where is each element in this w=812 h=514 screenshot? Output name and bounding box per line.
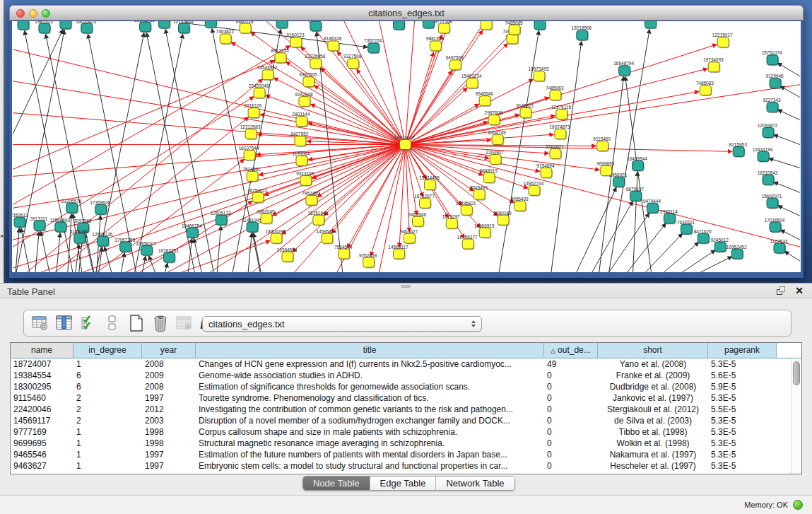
table-row[interactable]: 1938455462009Genome-wide association stu… — [11, 370, 801, 381]
table-cell[interactable]: Investigating the contribution of common… — [196, 404, 544, 415]
new-table-icon[interactable] — [126, 313, 147, 334]
table-cell[interactable]: Estimation of the future numbers of pati… — [196, 449, 544, 460]
graph-node[interactable] — [247, 171, 258, 181]
column-header-name[interactable]: name — [11, 343, 73, 358]
table-cell[interactable]: Disruption of a novel member of a sodium… — [196, 415, 544, 426]
graph-node[interactable] — [770, 78, 781, 88]
graph-node[interactable] — [400, 140, 411, 150]
table-cell[interactable]: 5.3E-5 — [708, 358, 777, 370]
graph-node[interactable] — [60, 21, 71, 29]
table-cell[interactable]: Jankovic et al. (1997) — [598, 392, 708, 404]
graph-node[interactable] — [220, 34, 231, 44]
graph-node[interactable] — [404, 233, 416, 243]
table-cell[interactable]: 0 — [544, 460, 598, 472]
table-cell[interactable]: 5.3E-5 — [708, 460, 777, 472]
table-cell[interactable]: 2 — [73, 415, 142, 426]
graph-node[interactable] — [479, 96, 490, 106]
table-cell[interactable]: 1 — [73, 449, 142, 460]
column-header-in_degree[interactable]: in_degree — [73, 343, 142, 358]
column-header-year[interactable]: year — [142, 343, 196, 358]
graph-node[interactable] — [483, 173, 495, 182]
table-cell[interactable]: 5.3E-5 — [708, 426, 777, 438]
graph-node[interactable] — [446, 218, 457, 228]
table-cell[interactable]: 5.5E-5 — [708, 404, 777, 415]
graph-node[interactable] — [509, 25, 520, 35]
graph-node[interactable] — [601, 165, 612, 175]
table-cell[interactable]: 2008 — [142, 381, 196, 392]
graph-node[interactable] — [394, 21, 405, 30]
graph-node[interactable] — [322, 233, 333, 243]
table-cell[interactable]: 1 — [73, 438, 142, 449]
table-cell[interactable]: 0 — [544, 404, 598, 415]
graph-node[interactable] — [282, 252, 293, 262]
graph-node[interactable] — [498, 215, 509, 225]
graph-node[interactable] — [303, 77, 314, 87]
table-cell[interactable]: 18724007 — [11, 358, 73, 370]
table-cell[interactable]: Stergiakouli et al. (2012) — [598, 404, 708, 415]
graph-node[interactable] — [419, 198, 430, 208]
vertical-scrollbar[interactable] — [791, 358, 801, 474]
graph-node[interactable] — [328, 41, 339, 51]
table-cell[interactable]: 5.3E-5 — [708, 438, 777, 449]
graph-node[interactable] — [254, 88, 265, 98]
table-cell[interactable]: 19384554 — [11, 370, 73, 381]
graph-node[interactable] — [488, 115, 500, 125]
graph-node[interactable] — [14, 217, 25, 227]
scrollbar-thumb[interactable] — [793, 361, 800, 385]
table-row[interactable]: 946554611997Estimation of the future num… — [11, 449, 801, 460]
graph-node[interactable] — [141, 245, 153, 255]
column-header-pagerank[interactable]: pagerank — [708, 343, 777, 358]
graph-node[interactable] — [296, 117, 307, 127]
table-cell[interactable]: 9465546 — [11, 449, 73, 460]
table-cell[interactable]: Wolkin et al. (1998) — [598, 438, 708, 449]
table-row[interactable]: 1872400712008Changes of HCN gene express… — [11, 358, 801, 370]
table-cell[interactable]: Dudbridge et al. (2008) — [598, 381, 708, 392]
graph-node[interactable] — [541, 168, 552, 177]
graph-node[interactable] — [731, 249, 743, 259]
graph-node[interactable] — [299, 97, 310, 107]
table-cell[interactable]: 2 — [73, 404, 142, 415]
table-cell[interactable]: Estimation of significance thresholds fo… — [196, 381, 544, 392]
table-cell[interactable]: 2003 — [142, 415, 196, 426]
table-cell[interactable]: 1 — [73, 358, 142, 370]
table-cell[interactable]: 49 — [544, 358, 598, 370]
graph-node[interactable] — [245, 129, 257, 139]
graph-node[interactable] — [423, 21, 434, 28]
graph-node[interactable] — [492, 135, 503, 145]
table-cell[interactable]: de Silva et al. (2003) — [598, 415, 708, 426]
table-cell[interactable]: Hescheler et al. (1997) — [598, 460, 708, 472]
table-cell[interactable]: 1998 — [142, 426, 196, 438]
table-cell[interactable]: 0 — [544, 392, 598, 404]
graph-node[interactable] — [461, 205, 472, 215]
table-cell[interactable]: 0 — [544, 438, 598, 449]
graph-node[interactable] — [770, 222, 781, 232]
table-row[interactable]: 946362711997Embryonic stem cells: a mode… — [11, 460, 801, 472]
graph-node[interactable] — [767, 55, 778, 65]
table-row[interactable]: 977716911998Corpus callosum shape and si… — [11, 426, 801, 438]
graph-node[interactable] — [763, 128, 774, 138]
select-all-columns-icon[interactable] — [78, 313, 99, 334]
graph-node[interactable] — [556, 110, 567, 119]
graph-node[interactable] — [529, 185, 540, 195]
graph-node[interactable] — [462, 239, 473, 249]
graph-node[interactable] — [430, 41, 441, 51]
unselect-all-icon[interactable] — [102, 313, 123, 334]
table-cell[interactable]: 14569117 — [11, 415, 73, 426]
zoom-traffic-light-icon[interactable] — [42, 9, 50, 18]
graph-node[interactable] — [394, 249, 405, 259]
minimize-traffic-light-icon[interactable] — [29, 9, 37, 18]
graph-node[interactable] — [632, 160, 644, 170]
graph-node[interactable] — [158, 21, 170, 28]
table-cell[interactable]: 6 — [73, 370, 142, 381]
graph-node[interactable] — [555, 129, 566, 139]
column-header-title[interactable]: title — [196, 343, 544, 358]
graph-node[interactable] — [262, 70, 273, 80]
table-cell[interactable]: 0 — [544, 449, 598, 460]
graph-node[interactable] — [412, 216, 423, 226]
graph-node[interactable] — [271, 233, 282, 243]
table-settings-icon[interactable] — [30, 313, 51, 334]
table-cell[interactable]: 1997 — [142, 449, 196, 460]
graph-node[interactable] — [261, 214, 272, 223]
table-cell[interactable]: 0 — [544, 370, 598, 381]
table-cell[interactable]: 22420046 — [11, 404, 73, 415]
